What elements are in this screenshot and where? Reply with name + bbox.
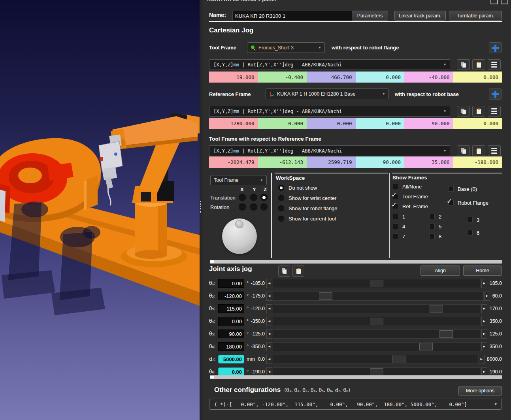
joint-slider-handle[interactable] xyxy=(430,305,443,313)
add-tool-frame-button[interactable] xyxy=(489,42,502,53)
joint-increment-button[interactable]: ▶ xyxy=(481,317,487,326)
format-select[interactable]: [X,Y,Z]mm | Rot[Z,Y',X'']deg - ABB/KUKA/… xyxy=(209,106,450,117)
show-frames-checkbox[interactable]: ✓3 xyxy=(467,217,479,223)
3d-viewport[interactable] xyxy=(0,0,202,420)
turntable-param-button[interactable]: Turntable param. xyxy=(449,11,502,21)
parameters-button[interactable]: Parameters xyxy=(352,11,388,21)
horizontal-scrollbar[interactable] xyxy=(210,375,502,379)
paste-button[interactable] xyxy=(472,59,485,70)
menu-button[interactable] xyxy=(488,145,501,156)
coord-value-cell[interactable]: 0.000 xyxy=(258,118,307,129)
coord-value-cell[interactable]: -40.000 xyxy=(404,72,453,83)
show-frames-checkbox[interactable]: ✓Base (0) xyxy=(448,186,477,192)
format-select[interactable]: [X,Y,Z]mm | Rot[Z,Y',X'']deg - ABB/KUKA/… xyxy=(209,145,450,156)
checkbox-icon[interactable] xyxy=(429,234,435,239)
rotation-x-radio[interactable] xyxy=(239,203,246,211)
coord-value-cell[interactable]: 2599.719 xyxy=(307,156,356,168)
format-select[interactable]: [X,Y,Z]mm | Rot[Z,Y',X'']deg - ABB/KUKA/… xyxy=(209,59,450,70)
coord-value-cell[interactable]: -612.143 xyxy=(258,156,307,168)
copy-button[interactable] xyxy=(278,266,290,277)
reference-frame-select[interactable]: KUKA KP 1 H 1000 EH1280 1 Base ▼ xyxy=(266,89,389,99)
joint-slider-track[interactable] xyxy=(273,355,478,364)
workspace-option[interactable]: Show for wrist center xyxy=(278,195,336,202)
show-frames-checkbox[interactable]: ✓Ref. Frame xyxy=(393,203,428,209)
checkbox-icon[interactable] xyxy=(448,186,454,192)
joint-decrement-button[interactable]: ◀ xyxy=(266,304,272,313)
coord-value-cell[interactable]: -2024.479 xyxy=(209,156,258,168)
joint-value-input[interactable] xyxy=(218,330,244,338)
close-window-icon[interactable] xyxy=(501,0,508,4)
checkbox-icon[interactable] xyxy=(393,214,398,219)
show-frames-checkbox[interactable]: ✓1 xyxy=(393,213,405,220)
joint-slider-track[interactable] xyxy=(273,292,484,301)
joint-increment-button[interactable]: ▶ xyxy=(481,304,487,313)
radio-icon[interactable] xyxy=(278,216,284,222)
show-frames-checkbox[interactable]: ✓Tool Frame xyxy=(393,193,428,200)
joint-value-input[interactable] xyxy=(218,292,244,300)
checkbox-icon[interactable] xyxy=(467,217,473,222)
coord-value-cell[interactable]: -90.000 xyxy=(404,118,453,129)
joint-value-input[interactable] xyxy=(218,279,244,288)
joint-increment-button[interactable]: ▶ xyxy=(479,355,485,364)
coord-value-cell[interactable]: 35.000 xyxy=(404,156,453,168)
checkbox-icon[interactable] xyxy=(429,224,435,229)
rotation-y-radio[interactable] xyxy=(250,203,257,211)
show-frames-checkbox[interactable]: ✓All/None xyxy=(393,183,422,190)
radio-icon[interactable] xyxy=(278,195,284,201)
joint-value-input[interactable] xyxy=(218,355,244,363)
joint-slider-handle[interactable] xyxy=(370,280,383,287)
joint-increment-button[interactable]: ▶ xyxy=(481,279,487,288)
joint-increment-button[interactable]: ▶ xyxy=(481,342,487,351)
checkbox-icon[interactable] xyxy=(393,224,398,229)
jog-frame-select[interactable]: Tool Frame ▼ xyxy=(210,175,267,185)
align-button[interactable]: Align xyxy=(420,266,460,276)
joint-slider-track[interactable] xyxy=(273,279,481,288)
joint-slider-handle[interactable] xyxy=(419,343,433,350)
jog-knob-pin[interactable] xyxy=(235,220,243,228)
coord-value-cell[interactable]: 0.000 xyxy=(453,72,502,83)
show-frames-checkbox[interactable]: ✓5 xyxy=(429,223,441,230)
show-frames-checkbox[interactable]: ✓4 xyxy=(393,223,405,230)
translation-x-radio[interactable] xyxy=(239,194,246,201)
coord-value-cell[interactable]: 1280.000 xyxy=(209,118,258,129)
joint-decrement-button[interactable]: ◀ xyxy=(266,292,272,301)
joint-slider-track[interactable] xyxy=(273,304,481,313)
coord-value-cell[interactable]: 19.000 xyxy=(209,72,258,83)
joint-decrement-button[interactable]: ◀ xyxy=(266,330,272,339)
paste-button[interactable] xyxy=(472,145,485,156)
radio-icon[interactable] xyxy=(278,205,284,211)
add-reference-frame-button[interactable] xyxy=(489,89,502,100)
tool-frame-select[interactable]: Fronius_Short 3 ▼ xyxy=(247,42,325,53)
joint-increment-button[interactable]: ▶ xyxy=(484,292,490,301)
joint-slider-handle[interactable] xyxy=(370,368,383,376)
paste-button[interactable] xyxy=(292,266,304,277)
joint-increment-button[interactable]: ▶ xyxy=(481,330,487,339)
rotation-z-radio[interactable] xyxy=(260,203,268,211)
name-input[interactable]: KUKA KR 20 R3100 1 xyxy=(232,11,353,21)
coord-value-cell[interactable]: 90.000 xyxy=(356,156,405,168)
joint-slider-handle[interactable] xyxy=(319,292,332,300)
coord-value-cell[interactable]: 0.000 xyxy=(453,118,502,129)
joint-decrement-button[interactable]: ◀ xyxy=(266,355,272,364)
checkbox-icon[interactable] xyxy=(429,214,435,219)
joint-value-input[interactable] xyxy=(218,367,244,376)
checkbox-icon[interactable] xyxy=(393,184,398,189)
more-options-button[interactable]: More options xyxy=(458,386,502,396)
coord-value-cell[interactable]: 0.000 xyxy=(307,118,356,129)
menu-button[interactable] xyxy=(488,59,501,70)
workspace-option[interactable]: Show for current tool xyxy=(278,215,336,222)
workspace-option[interactable]: Do not show xyxy=(278,185,317,191)
joint-slider-track[interactable] xyxy=(273,317,481,326)
horizontal-scrollbar[interactable] xyxy=(210,260,502,264)
paste-button[interactable] xyxy=(472,106,485,117)
show-frames-checkbox[interactable]: ✓7 xyxy=(393,233,405,239)
radio-icon[interactable] xyxy=(278,185,284,191)
workspace-option[interactable]: Show for robot flange xyxy=(278,205,338,212)
joint-slider-track[interactable] xyxy=(273,330,481,339)
joint-decrement-button[interactable]: ◀ xyxy=(266,342,272,351)
coord-value-cell[interactable]: 466.700 xyxy=(307,72,356,83)
copy-button[interactable] xyxy=(457,106,470,117)
joint-slider-handle[interactable] xyxy=(439,330,453,338)
coord-value-cell[interactable]: -180.000 xyxy=(453,156,502,168)
show-frames-checkbox[interactable]: ✓2 xyxy=(429,213,441,220)
